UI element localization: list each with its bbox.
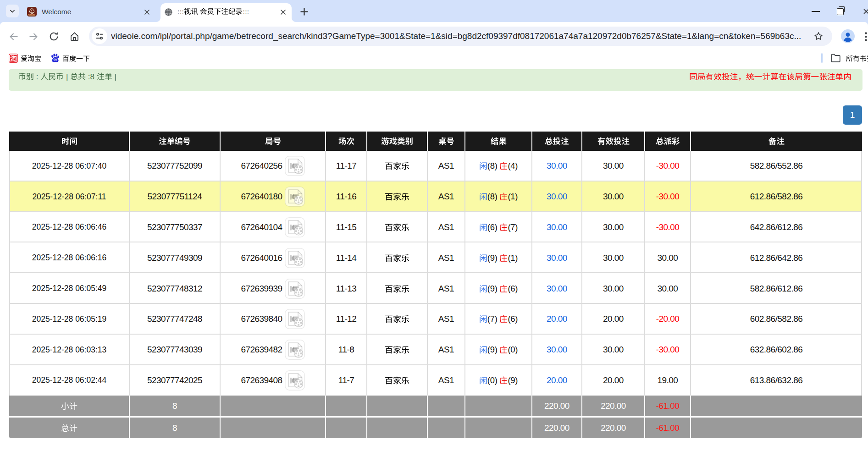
svg-text:du: du <box>54 58 57 61</box>
